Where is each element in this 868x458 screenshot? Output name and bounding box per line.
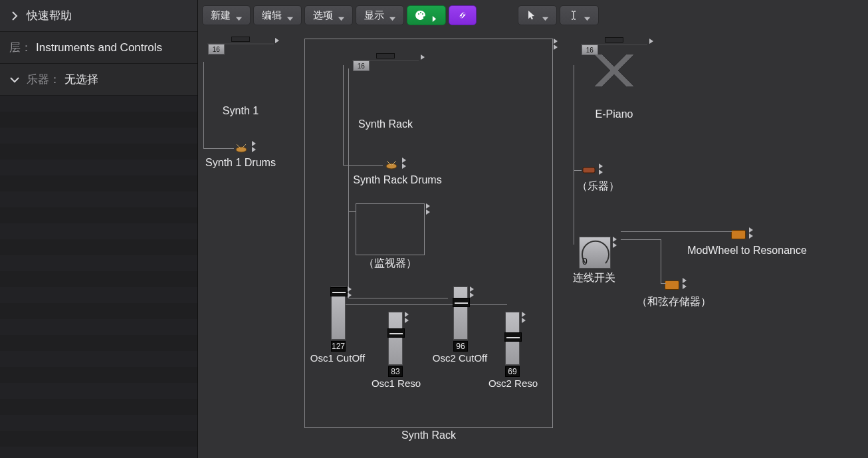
instrument-row[interactable]: 乐器： 无选择 [0,64,197,96]
osc1-cutoff-fader[interactable]: 127 [331,286,346,352]
osc2-reso-value: 69 [505,366,520,377]
patch-canvas[interactable]: Synth Rack 12345678910111213141516 Synth… [198,32,868,458]
synth-rack-label: Synth Rack [339,118,432,130]
modwheel-port[interactable] [748,226,758,239]
sidebar-empty [0,96,197,458]
svg-marker-33 [599,164,603,169]
wire [203,62,204,148]
fader-port[interactable] [347,285,356,298]
osc2-cutoff-label: Osc2 CutOff [427,352,493,364]
fader-port[interactable] [469,285,479,298]
new-label: 新建 [211,9,231,22]
svg-marker-38 [749,233,753,239]
channel-cell[interactable]: 16 [582,45,598,55]
wire [348,298,448,298]
epiano-object[interactable]: 12345678910111213141516 [581,37,647,45]
caret-down-icon [584,13,590,19]
view-label: 显示 [364,9,384,22]
svg-marker-0 [236,17,242,20]
wire [574,170,582,171]
text-tool[interactable] [560,5,599,25]
svg-marker-21 [426,203,430,209]
app-root: 快速帮助 层： Instruments and Controls 乐器： 无选择… [0,0,868,458]
view-menu[interactable]: 显示 [356,5,404,25]
layer-value: Instruments and Controls [36,41,162,55]
osc1-reso-value: 83 [388,366,403,377]
synth1-port[interactable] [274,37,284,50]
caret-down-icon [236,13,242,19]
synth-rack-header [352,53,419,60]
synth-rack-port[interactable] [420,53,429,66]
svg-marker-39 [683,278,687,283]
synth1-drums-port[interactable] [251,140,261,153]
instrument-stub-port[interactable] [598,162,607,175]
synth-rack-channel-grid[interactable]: 12345678910111213141516 [352,60,419,61]
osc1-cutoff-label: Osc1 CutOff [304,352,371,364]
instrument-value: 无选择 [64,72,98,87]
quick-help-row[interactable]: 快速帮助 [0,0,197,32]
drum-icon[interactable] [384,158,399,170]
channel-cell[interactable]: 16 [208,44,225,55]
link-button[interactable] [449,5,477,25]
instrument-stub-icon[interactable] [582,165,596,174]
group-out-port[interactable] [553,37,562,51]
osc2-reso-fader[interactable]: 69 [505,312,520,377]
sidebar: 快速帮助 层： Instruments and Controls 乐器： 无选择 [0,0,198,458]
layer-label: 层： [9,40,32,55]
instrument-label: 乐器： [27,72,60,87]
instrument-stub-label: （乐器） [565,179,631,193]
wire [348,68,349,298]
svg-point-10 [236,147,247,152]
monitor-port[interactable] [425,202,435,215]
wire [203,148,234,149]
svg-point-16 [386,164,397,169]
drum-icon[interactable] [234,142,249,154]
cable-switch-port[interactable] [612,235,621,249]
epiano-port[interactable] [649,37,658,51]
svg-marker-28 [470,292,474,298]
modwheel-label: ModWheel to Resonance [681,245,814,257]
wire [343,165,383,166]
svg-marker-22 [426,209,430,215]
osc1-reso-fader[interactable]: 83 [388,312,403,377]
svg-marker-1 [287,17,293,20]
options-label: 选项 [313,9,333,22]
osc2-cutoff-fader[interactable]: 96 [453,286,468,352]
fader-port[interactable] [521,310,530,324]
synth-rack-object[interactable]: 12345678910111213141516 [352,53,419,61]
edit-label: 编辑 [262,9,282,22]
svg-marker-14 [252,147,256,152]
monitor-object[interactable] [356,203,425,255]
midi-activity-button[interactable] [407,5,446,25]
cable-switch-value: 0 [582,256,588,267]
synth1-object[interactable]: 12345678910111213141516 [207,37,274,45]
wire [343,65,344,165]
svg-marker-23 [348,286,352,292]
layer-row[interactable]: 层： Instruments and Controls [0,32,197,64]
fader-port[interactable] [404,310,413,324]
channel-cell[interactable]: 16 [353,60,370,71]
osc1-cutoff-value: 127 [331,341,346,352]
osc2-cutoff-value: 96 [453,341,468,352]
epiano-header [581,37,647,44]
synth1-channel-grid[interactable]: 12345678910111213141516 [207,43,274,45]
pointer-tool[interactable] [518,5,557,25]
options-menu[interactable]: 选项 [304,5,353,25]
chord-mem-object[interactable] [665,281,679,290]
environment-canvas[interactable]: 新建 编辑 选项 显示 [198,0,868,458]
chevron-down-icon [9,74,20,85]
cable-switch-object[interactable]: 0 [579,237,611,269]
synth-rack-drums-port[interactable] [401,156,411,170]
epiano-channel-grid[interactable]: 12345678910111213141516 [581,44,647,45]
edit-menu[interactable]: 编辑 [253,5,302,25]
svg-marker-13 [252,141,256,146]
group-caption: Synth Rack [304,429,553,441]
chord-mem-label: （和弦存储器） [634,295,714,309]
chord-mem-port[interactable] [682,277,691,290]
svg-marker-6 [584,17,590,20]
osc2-reso-label: Osc2 Reso [480,378,546,389]
synth1-header [207,37,274,43]
modwheel-object[interactable] [731,230,746,239]
new-menu[interactable]: 新建 [202,5,251,25]
svg-marker-29 [522,312,526,317]
